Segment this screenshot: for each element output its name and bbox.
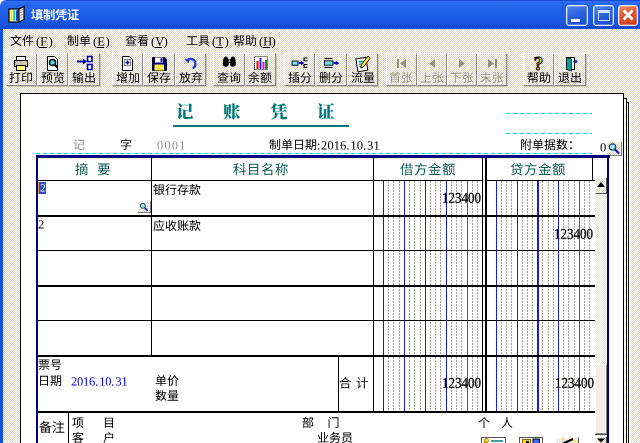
svg-text:?: ? [534, 55, 544, 72]
